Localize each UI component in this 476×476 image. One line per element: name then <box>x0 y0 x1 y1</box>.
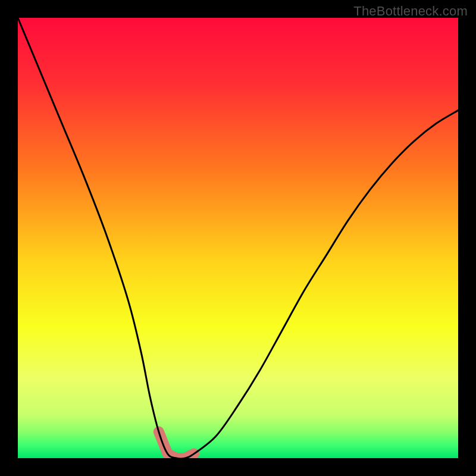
chart-frame: TheBottleneck.com <box>0 0 476 476</box>
watermark-text: TheBottleneck.com <box>353 4 468 19</box>
bottleneck-curve <box>18 18 458 458</box>
curve-path <box>18 18 458 458</box>
plot-area <box>18 18 458 458</box>
